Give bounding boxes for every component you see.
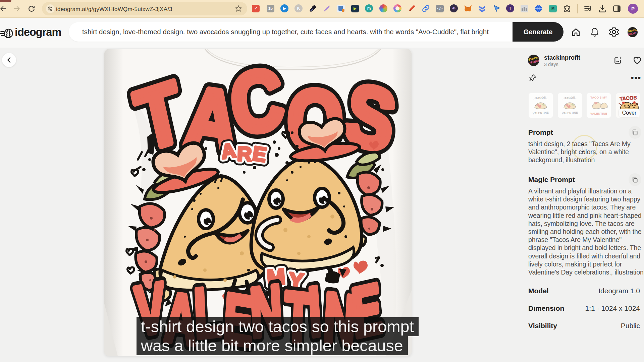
svg-text:VALENTINE: VALENTINE: [590, 112, 607, 115]
svg-text:TACO S MY: TACO S MY: [590, 96, 607, 99]
svg-text:ARE: ARE: [220, 139, 268, 166]
svg-text:TACOS: TACOS: [620, 95, 637, 102]
